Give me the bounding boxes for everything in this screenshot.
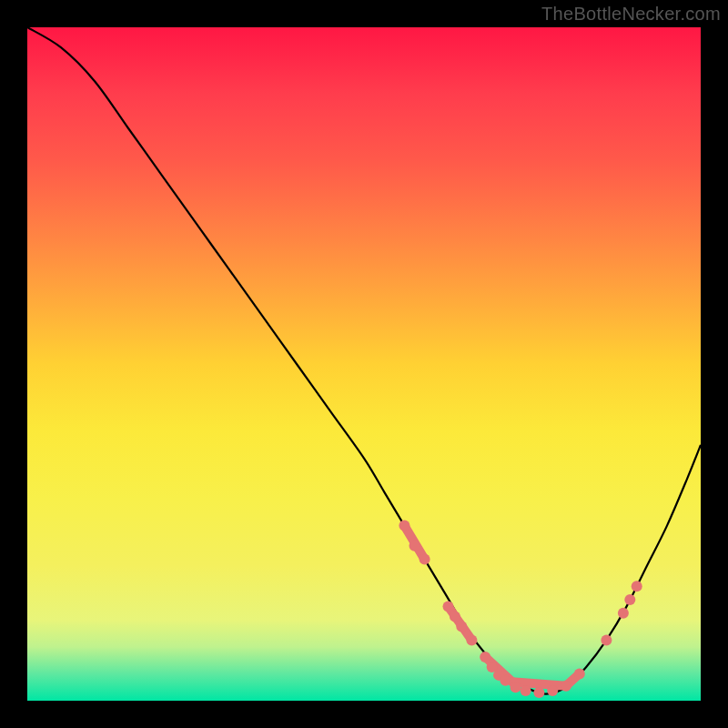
marker-dot (450, 612, 460, 622)
marker-dot (420, 554, 430, 565)
marker-dot (547, 685, 558, 696)
marker-dot (500, 675, 511, 686)
marker-dot (533, 687, 544, 698)
marker-dot (466, 634, 477, 645)
marker-dot (456, 622, 467, 632)
marker-dot (399, 521, 410, 531)
marker-dot (561, 681, 571, 692)
marker-dot (624, 594, 635, 605)
marker-dot (632, 581, 642, 592)
chart-container: TheBottleNecker.com (0, 0, 728, 728)
marker-dot (521, 685, 531, 696)
marker-dot (601, 634, 612, 645)
marker-dot (511, 682, 521, 693)
watermark-text: TheBottleNecker.com (541, 4, 721, 25)
bottleneck-curve (27, 27, 701, 694)
marker-dot (618, 608, 629, 619)
marker-points (399, 521, 642, 699)
marker-dot (410, 541, 420, 551)
plot-area (27, 27, 701, 701)
marker-dot (443, 601, 454, 612)
marker-dot (574, 668, 585, 679)
curve-svg (27, 27, 701, 701)
marker-dot (480, 652, 490, 662)
